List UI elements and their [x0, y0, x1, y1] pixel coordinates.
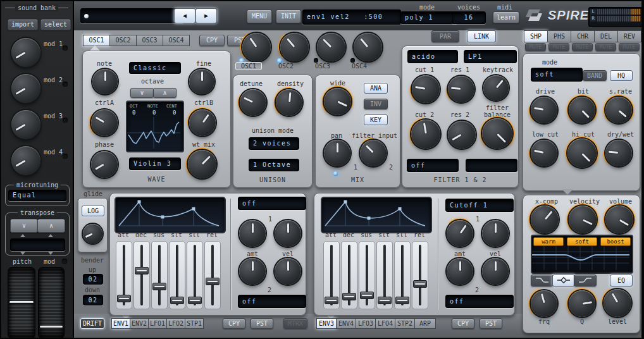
note-value[interactable]: 0: [152, 109, 156, 116]
envB-dec-slider[interactable]: [341, 241, 357, 309]
envB-dest1-amt-knob[interactable]: [447, 220, 473, 247]
note-knob[interactable]: [92, 69, 118, 94]
eq-level-knob[interactable]: [604, 289, 631, 317]
slider-handle[interactable]: [413, 280, 427, 288]
envA-dest2-amt-knob[interactable]: [239, 258, 266, 285]
tab-lfo4[interactable]: LFO4: [375, 318, 395, 329]
slider-handle[interactable]: [206, 278, 220, 285]
osc1-level-knob[interactable]: [242, 33, 271, 61]
envB-sus-slider[interactable]: [359, 241, 375, 309]
delay-mute-button[interactable]: MUTE: [595, 43, 616, 51]
tab-phaser[interactable]: PHS: [547, 30, 571, 42]
envA-rel-slider[interactable]: [204, 241, 221, 309]
slider-handle[interactable]: [152, 283, 166, 290]
transpose-display[interactable]: 0 0: [10, 238, 65, 251]
inv-button[interactable]: INV: [364, 99, 388, 109]
tab-env2[interactable]: ENV2: [130, 318, 149, 329]
select-button[interactable]: select: [40, 19, 71, 30]
tab-lfo3[interactable]: LFO3: [356, 318, 376, 329]
x-comp-knob[interactable]: [531, 206, 559, 233]
eq-boost-tab[interactable]: boost: [600, 237, 631, 246]
keytrack-knob[interactable]: [483, 75, 509, 101]
envB-rel-slider[interactable]: [412, 241, 428, 309]
phaser-mute-button[interactable]: MUTE: [548, 43, 569, 51]
envB-att-slider[interactable]: [323, 241, 340, 309]
mod-paste1-button[interactable]: PST: [251, 318, 273, 329]
filter-input-knob[interactable]: [360, 140, 387, 166]
tab-arp[interactable]: ARP: [414, 318, 436, 329]
eq-soft-tab[interactable]: soft: [567, 237, 597, 246]
bender-up-display[interactable]: 02: [83, 274, 103, 285]
slider-handle[interactable]: [395, 297, 409, 304]
volume-knob[interactable]: [605, 206, 633, 233]
cut2-knob[interactable]: [411, 120, 440, 149]
mod-wheel[interactable]: [38, 267, 65, 339]
slider-handle[interactable]: [360, 292, 374, 299]
envA-sus-slider[interactable]: [151, 241, 168, 309]
tab-osc3[interactable]: OSC3: [136, 35, 163, 46]
res1-knob[interactable]: [448, 76, 474, 102]
transpose-up-button[interactable]: ∧: [37, 219, 65, 233]
envB-dest2-select[interactable]: off: [445, 295, 514, 308]
res2-knob[interactable]: [448, 121, 476, 149]
envB-sll-slider[interactable]: [394, 241, 411, 309]
tab-lfo2[interactable]: LFO2: [166, 318, 185, 329]
tab-chorus[interactable]: CHR: [571, 30, 595, 42]
slider-handle[interactable]: [378, 297, 392, 304]
band-button[interactable]: BAND: [583, 70, 607, 81]
wt-mix-knob[interactable]: [188, 150, 216, 178]
tab-shaper[interactable]: SHP: [524, 30, 548, 42]
detune-knob[interactable]: [240, 89, 266, 116]
shaper-mode-select[interactable]: soft: [531, 68, 583, 82]
osc3-mixer-label[interactable]: OSC3: [310, 63, 335, 70]
tab-stp1[interactable]: STP1: [185, 318, 204, 329]
eq-q-knob[interactable]: [569, 290, 595, 317]
osc4-mixer-label[interactable]: OSC4: [347, 63, 372, 70]
mode-display[interactable]: poly 1: [400, 11, 457, 24]
fine-knob[interactable]: [189, 69, 214, 94]
preset-prev-button[interactable]: ◀: [174, 8, 195, 23]
filter2-route-select[interactable]: [466, 159, 517, 172]
tab-osc2[interactable]: OSC2: [109, 35, 137, 46]
tab-delay[interactable]: DEL: [594, 30, 618, 42]
filter1-type-select[interactable]: acido: [407, 50, 458, 63]
low-cut-knob[interactable]: [531, 140, 557, 166]
mod3-knob[interactable]: [11, 110, 40, 139]
slider-handle[interactable]: [188, 297, 202, 304]
slider-handle[interactable]: [135, 267, 149, 274]
oct-value[interactable]: 0: [132, 109, 135, 116]
osc1-mixer-label[interactable]: OSC1: [235, 62, 262, 70]
slider-handle[interactable]: [325, 297, 338, 304]
envB-dest1-vel-knob[interactable]: [482, 220, 509, 247]
envA-dest1-select[interactable]: off: [238, 197, 306, 210]
eq-high-shelf-button[interactable]: [574, 274, 597, 287]
cut1-knob[interactable]: [412, 75, 440, 103]
import-button[interactable]: import: [8, 19, 38, 30]
midi-learn-button[interactable]: learn: [493, 11, 519, 23]
eq-low-shelf-button[interactable]: [531, 274, 554, 287]
wide-knob[interactable]: [324, 88, 351, 115]
wave-type-select[interactable]: Classic: [129, 62, 181, 74]
chorus-mute-button[interactable]: MUTE: [572, 43, 593, 51]
mod2-knob[interactable]: [11, 74, 40, 103]
envB-dest2-amt-knob[interactable]: [447, 258, 473, 285]
filter1-route-select[interactable]: off: [407, 159, 459, 172]
eq-frq-knob[interactable]: [531, 290, 557, 317]
menu-button[interactable]: MENU: [247, 9, 272, 23]
mod-copy2-button[interactable]: CPY: [452, 318, 474, 329]
glide-knob[interactable]: [83, 224, 102, 243]
hi-cut-knob[interactable]: [567, 139, 597, 168]
eq-bell-button[interactable]: [552, 274, 575, 287]
envB-slt-slider[interactable]: [376, 241, 393, 309]
envA-dest2-vel-knob[interactable]: [275, 258, 301, 285]
mod-copy1-button[interactable]: CPY: [223, 318, 245, 329]
ana-button[interactable]: ANA: [364, 83, 388, 94]
srate-knob[interactable]: [605, 97, 632, 123]
hq-button[interactable]: HQ: [610, 70, 633, 81]
cent-value[interactable]: 0: [173, 109, 176, 116]
pan-knob[interactable]: [324, 140, 350, 166]
phase-knob[interactable]: [91, 151, 118, 178]
drive-knob[interactable]: [531, 97, 557, 123]
key-button[interactable]: KEY: [364, 114, 388, 125]
envA-sll-slider[interactable]: [187, 241, 203, 309]
